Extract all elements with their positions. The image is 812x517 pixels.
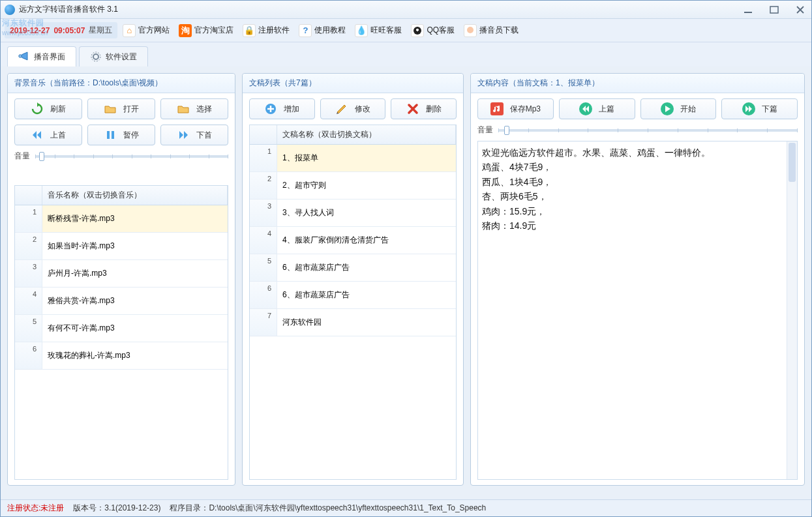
table-row[interactable]: 56、超市蔬菜店广告 [250,254,456,282]
lock-icon: 🔒 [243,24,256,37]
script-content-textarea[interactable]: 欢迎光临远方软件超市。水果、蔬菜、鸡蛋、一律特价。 鸡蛋、4块7毛9， 西瓜、1… [477,141,798,480]
next-script-button[interactable]: 下篇 [721,98,798,119]
row-index: 1 [15,205,42,232]
refresh-button[interactable]: 刷新 [14,98,82,119]
save-mp3-button[interactable]: 保存Mp3 [477,98,554,119]
delete-icon [406,102,419,115]
start-button[interactable]: 开始 [640,98,717,119]
add-button[interactable]: 增加 [249,98,315,119]
volume-slider-right[interactable] [498,129,798,132]
script-name: 河东软件园 [277,313,456,332]
link-tutorial[interactable]: ?使用教程 [295,22,350,40]
program-dir: 程序目录：D:\tools\桌面\河东软件园\yftexttospeech31\… [170,503,486,514]
script-name: 6、超市蔬菜店广告 [277,286,456,304]
plus-icon [264,102,277,115]
pause-icon [104,128,117,141]
announcer-icon [464,24,477,37]
table-row[interactable]: 66、超市蔬菜店广告 [250,282,456,309]
music-name: 玫瑰花的葬礼-许嵩.mp3 [42,346,228,365]
folder-select-icon [177,102,190,115]
register-status: 注册状态:未注册 [7,503,64,514]
row-index: 3 [15,260,42,287]
open-button[interactable]: 打开 [87,98,155,119]
row-index: 3 [250,199,277,226]
svg-rect-6 [112,131,114,139]
row-index: 7 [250,309,277,336]
table-row[interactable]: 7河东软件园 [250,309,456,336]
datetime-box: 2019-12-27 09:05:07 星期五 [5,22,117,38]
edit-button[interactable]: 修改 [320,98,386,119]
svg-point-3 [93,54,98,59]
link-official-site[interactable]: ⌂官方网站 [119,22,173,40]
script-name: 2、超市守则 [277,176,456,195]
top-toolbar: 2019-12-27 09:05:07 星期五 ⌂官方网站 淘官方淘宝店 🔒注册… [1,19,811,42]
minimize-button[interactable] [741,5,755,15]
music-name: 庐州月-许嵩.mp3 [42,264,228,283]
tab-play[interactable]: 播音界面 [7,46,76,66]
music-name: 有何不可-许嵩.mp3 [42,319,228,338]
table-row[interactable]: 22、超市守则 [250,172,456,199]
table-row[interactable]: 5有何不可-许嵩.mp3 [15,315,228,342]
prev-icon [31,128,44,141]
row-index: 4 [15,288,42,314]
app-icon [5,5,15,15]
play-icon [661,102,674,115]
link-wangwang[interactable]: 💧旺旺客服 [351,22,406,40]
script-name: 1、报菜单 [277,149,456,168]
table-row[interactable]: 4雅俗共赏-许嵩.mp3 [15,288,228,315]
delete-button[interactable]: 删除 [391,98,457,119]
next-track-button[interactable]: 下首 [160,125,228,145]
row-index: 2 [15,233,42,259]
script-name: 4、服装厂家倒闭清仓清货广告 [277,231,456,250]
panel-bg-music: 背景音乐（当前路径：D:\tools\桌面\视频） 刷新 打开 选择 上首 暂停… [7,73,235,486]
table-row[interactable]: 6玫瑰花的葬礼-许嵩.mp3 [15,342,228,370]
table-row[interactable]: ▸1断桥残雪-许嵩.mp3 [15,205,228,233]
select-button[interactable]: 选择 [160,98,228,119]
link-taobao[interactable]: 淘官方淘宝店 [175,22,237,40]
volume-label-left: 音量 [14,151,30,162]
volume-slider-left[interactable] [35,155,228,158]
link-qq[interactable]: QQ客服 [407,22,459,40]
row-index: 4 [250,227,277,254]
panel-script-list: 文稿列表（共7篇） 增加 修改 删除 文稿名称（双击切换文稿） ▸11、报菜单2… [242,73,464,486]
pencil-icon [335,102,348,115]
wangwang-icon: 💧 [355,24,368,37]
panel-script-list-title: 文稿列表（共7篇） [243,74,463,93]
script-col-header: 文稿名称（双击切换文稿） [277,125,456,144]
row-index: 6 [250,282,277,308]
table-row[interactable]: 3庐州月-许嵩.mp3 [15,260,228,288]
link-register[interactable]: 🔒注册软件 [239,22,293,40]
qq-icon [411,24,424,37]
pause-button[interactable]: 暂停 [87,125,155,145]
svg-rect-1 [770,7,778,13]
tab-settings-label: 软件设置 [106,52,137,63]
row-index: 6 [15,342,42,369]
current-date: 2019-12-27 [10,26,50,35]
prev-script-button[interactable]: 上篇 [559,98,635,119]
panel-script-content: 文稿内容（当前文稿：1、报菜单） 保存Mp3 上篇 开始 下篇 音量 欢迎光临远… [470,73,805,486]
prev-track-button[interactable]: 上首 [14,125,82,145]
music-col-header: 音乐名称（双击切换音乐） [42,186,228,205]
table-row[interactable]: 33、寻人找人词 [250,199,456,227]
forward-icon [742,102,755,115]
link-announcer[interactable]: 播音员下载 [460,22,522,40]
refresh-icon [31,102,44,115]
table-row[interactable]: 2如果当时-许嵩.mp3 [15,233,228,260]
folder-open-icon [104,102,117,115]
music-note-icon [490,102,504,115]
row-index: 5 [15,315,42,342]
music-name: 雅俗共赏-许嵩.mp3 [42,291,228,310]
rewind-icon [579,102,592,115]
tab-play-label: 播音界面 [34,52,65,63]
maximize-button[interactable] [767,5,781,15]
scrollbar[interactable] [787,141,797,479]
table-row[interactable]: 44、服装厂家倒闭清仓清货广告 [250,227,456,254]
table-row[interactable]: ▸11、报菜单 [250,145,456,172]
close-button[interactable] [793,5,807,15]
row-index: 1 [250,145,277,171]
status-bar: 注册状态:未注册 版本号：3.1(2019-12-23) 程序目录：D:\too… [1,499,811,516]
script-table: 文稿名称（双击切换文稿） ▸11、报菜单22、超市守则33、寻人找人词44、服装… [249,125,457,480]
tab-settings[interactable]: 软件设置 [79,46,148,66]
home-icon: ⌂ [123,24,136,37]
panel-bg-music-title: 背景音乐（当前路径：D:\tools\桌面\视频） [8,74,235,93]
